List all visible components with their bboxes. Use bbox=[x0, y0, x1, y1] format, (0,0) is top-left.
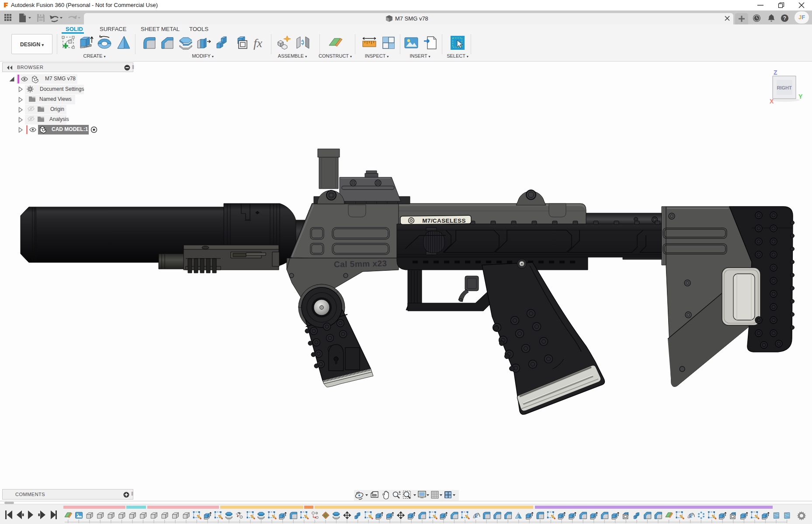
svg-text:Cal 5mm x23: Cal 5mm x23 bbox=[334, 259, 387, 269]
svg-text:RIGHT: RIGHT bbox=[777, 85, 792, 90]
svg-text:Z: Z bbox=[774, 69, 777, 76]
svg-text:M7/CASELESS: M7/CASELESS bbox=[422, 217, 466, 224]
svg-text:?: ? bbox=[783, 15, 786, 21]
svg-text:X: X bbox=[770, 98, 774, 105]
svg-text:Y: Y bbox=[798, 93, 803, 100]
svg-text:fx: fx bbox=[253, 36, 263, 50]
